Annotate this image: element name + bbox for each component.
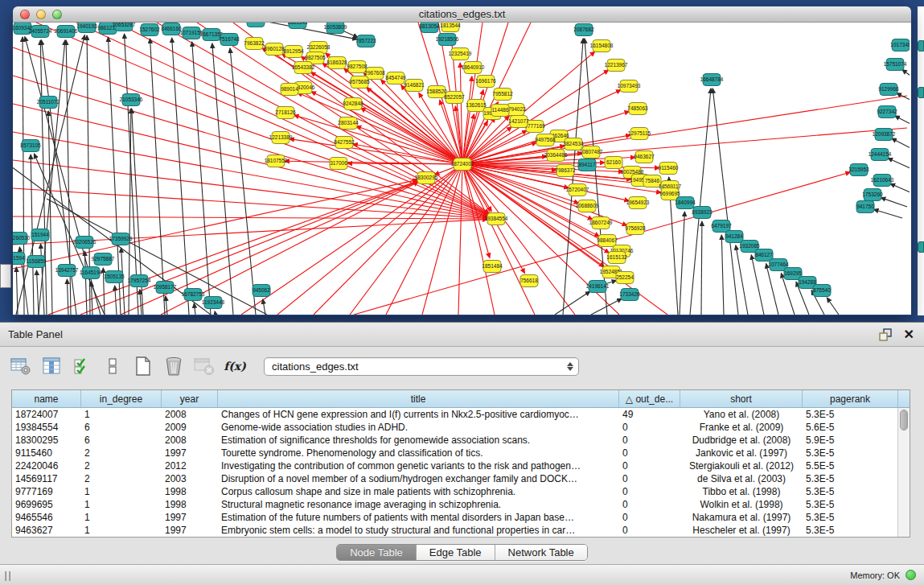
table-row[interactable]: 2242004622012Investigating the contribut…: [12, 459, 910, 472]
graph-node[interactable]: 756618: [520, 275, 538, 287]
table-cell[interactable]: 2: [81, 459, 162, 472]
graph-node[interactable]: 9242848: [343, 98, 363, 110]
graph-node[interactable]: 8960128: [264, 43, 285, 56]
graph-edge-black[interactable]: [680, 212, 684, 315]
table-cell[interactable]: Wolkin et al. (1998): [680, 498, 803, 511]
graph-node[interactable]: 7986372: [555, 165, 576, 177]
graph-node[interactable]: 12325419: [449, 48, 472, 60]
table-cell[interactable]: Jankovic et al. (1997): [680, 447, 803, 459]
graph-node[interactable]: 12975115: [628, 128, 651, 140]
table-cell[interactable]: 1: [81, 511, 162, 524]
graph-node[interactable]: 114486: [491, 105, 509, 117]
table-cell[interactable]: Estimation of significance thresholds fo…: [218, 434, 619, 447]
graph-edge-black[interactable]: [192, 42, 211, 315]
graph-node[interactable]: 10807487: [580, 146, 603, 159]
graph-node[interactable]: 8813054: [419, 23, 440, 33]
resize-grip[interactable]: [5, 571, 10, 581]
graph-node[interactable]: 1527602: [139, 24, 160, 36]
row-height-button[interactable]: [101, 355, 124, 377]
table-cell[interactable]: 2009: [162, 421, 218, 434]
table-cell[interactable]: 1998: [162, 485, 218, 498]
table-cell[interactable]: Franke et al. (2009): [680, 421, 803, 434]
memory-status-icon[interactable]: [906, 570, 916, 580]
table-cell[interactable]: 0: [619, 459, 680, 472]
graph-node[interactable]: 1753260: [862, 189, 883, 201]
table-cell[interactable]: 2008: [162, 434, 218, 447]
table-cell[interactable]: Embryonic stem cells: a model to study s…: [218, 524, 619, 537]
tab-node-table[interactable]: Node Table: [337, 545, 417, 560]
graph-edge-black[interactable]: [874, 209, 902, 218]
graph-edge-black[interactable]: [881, 198, 907, 207]
graph-node[interactable]: 1840994: [675, 197, 696, 209]
table-row[interactable]: 969969511998Structural magnetic resonanc…: [12, 498, 910, 511]
tab-edge-table[interactable]: Edge Table: [417, 545, 495, 560]
window-titlebar[interactable]: citations_edges.txt: [13, 6, 911, 23]
graph-node[interactable]: 17359928: [109, 233, 133, 245]
graph-edge-black[interactable]: [150, 39, 165, 315]
graph-node[interactable]: 11923448: [202, 297, 225, 309]
table-row[interactable]: 1872400712008Changes of HCN gene express…: [12, 408, 910, 421]
close-panel-icon[interactable]: ✕: [904, 328, 914, 341]
graph-node[interactable]: 1813544: [440, 23, 461, 32]
select-columns-button[interactable]: [71, 355, 93, 377]
table-cell[interactable]: Nakamura et al. (1997): [680, 511, 803, 524]
table-cell[interactable]: Estimation of the future numbers of pati…: [218, 511, 619, 524]
graph-node[interactable]: 1861341: [287, 23, 308, 29]
graph-node[interactable]: 894117: [578, 159, 596, 171]
graph-node[interactable]: 8466160: [161, 23, 182, 35]
table-cell[interactable]: 1: [81, 498, 162, 511]
table-cell[interactable]: 9115460: [12, 447, 81, 459]
graph-node[interactable]: 20206526: [73, 237, 97, 249]
graph-edge-black[interactable]: [41, 244, 44, 315]
table-cell[interactable]: 1998: [162, 498, 218, 511]
table-cell[interactable]: 9465546: [12, 511, 81, 524]
graph-node[interactable]: 2033190: [245, 23, 266, 27]
table-cell[interactable]: 0: [619, 511, 680, 524]
graph-edge-red[interactable]: [462, 164, 495, 315]
graph-edge-red[interactable]: [13, 47, 488, 216]
graph-edge-black[interactable]: [16, 267, 18, 315]
graph-node[interactable]: 8522057: [444, 92, 465, 104]
table-cell[interactable]: 5.6E-5: [803, 421, 898, 434]
table-cell[interactable]: 9699695: [12, 498, 81, 511]
graph-node[interactable]: 7857223: [355, 35, 376, 47]
graph-node[interactable]: 875540: [813, 285, 831, 297]
graph-node[interactable]: 1017348: [890, 39, 910, 51]
table-cell[interactable]: 9463627: [12, 524, 81, 537]
column-header-out_de[interactable]: △ out_de...: [619, 390, 680, 407]
graph-edge-black[interactable]: [140, 290, 142, 315]
table-cell[interactable]: 2: [81, 447, 162, 459]
graph-node[interactable]: 17957254: [128, 275, 151, 287]
graph-node[interactable]: 16154808: [590, 40, 614, 52]
graph-node[interactable]: 1940193: [76, 23, 97, 33]
graph-node[interactable]: 9227342: [877, 106, 897, 118]
table-cell[interactable]: Dudbridge et al. (2008): [680, 434, 803, 447]
table-row[interactable]: 1830029562008Estimation of significance …: [12, 434, 910, 447]
graph-edge-red[interactable]: [241, 164, 462, 315]
table-row[interactable]: 946362711997Embryonic stem cells: a mode…: [12, 524, 910, 537]
graph-edge-black[interactable]: [721, 235, 724, 315]
graph-node[interactable]: 9884067: [597, 235, 618, 247]
graph-edge-red[interactable]: [13, 76, 487, 216]
graph-node[interactable]: 9575685: [349, 76, 370, 89]
graph-node[interactable]: 11645194: [80, 267, 103, 279]
table-row[interactable]: 977716911998Corpus callosum shape and si…: [12, 485, 910, 498]
table-cell[interactable]: 0: [619, 472, 680, 485]
graph-node[interactable]: 1156859: [27, 256, 47, 268]
graph-edge-red[interactable]: [13, 188, 487, 218]
column-header-title[interactable]: title: [218, 390, 619, 407]
graph-node[interactable]: 1733426: [619, 289, 640, 301]
table-cell[interactable]: 19384554: [12, 421, 81, 434]
graph-edge-black[interactable]: [212, 43, 233, 315]
graph-node[interactable]: 18107552: [265, 155, 288, 167]
graph-node[interactable]: 8454749: [385, 72, 406, 84]
graph-edge-black[interactable]: [701, 221, 702, 315]
graph-edge-red[interactable]: [458, 164, 462, 315]
graph-node[interactable]: 23260530: [13, 233, 31, 245]
graph-node[interactable]: 9497568: [535, 134, 556, 146]
graph-node[interactable]: 989014: [281, 84, 298, 96]
graph-node[interactable]: 151944: [31, 229, 49, 241]
graph-node[interactable]: 19654923: [626, 197, 650, 209]
table-cell[interactable]: 6: [81, 434, 162, 447]
graph-node[interactable]: 10688609: [576, 200, 599, 212]
